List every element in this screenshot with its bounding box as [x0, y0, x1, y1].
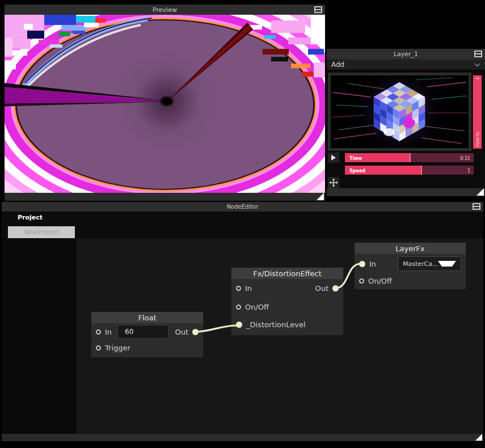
preview-statusbar	[5, 193, 325, 201]
float-in-port-icon[interactable]	[96, 329, 101, 335]
fx-onoff-row: On/Off	[231, 298, 343, 316]
layerfx-in-row: In MasterCa...	[355, 254, 466, 273]
preview-titlebar[interactable]: Preview	[5, 5, 325, 15]
node-canvas[interactable]: Float In Out Trigger Fx/DistortionEffect	[2, 238, 483, 434]
layerfx-onoff-row: On/Off	[355, 273, 466, 289]
fx-in-port-icon[interactable]	[236, 286, 241, 291]
fx-in-label: In	[245, 284, 252, 293]
layer-statusbar	[327, 188, 485, 196]
layer-titlebar[interactable]: Layer_1	[327, 49, 485, 60]
play-button[interactable]	[328, 153, 339, 163]
speed-slider[interactable]: Speed 1	[344, 165, 474, 175]
layer-thumbnail-frame	[328, 73, 471, 151]
float-value-input[interactable]	[117, 325, 168, 339]
layerfx-in-port-icon[interactable]	[359, 261, 365, 267]
float-trigger-label: Trigger	[105, 344, 130, 352]
menubar: Project	[2, 212, 483, 223]
float-in-label: In	[105, 328, 112, 336]
opacity-slider[interactable]: 1 Opacity	[473, 75, 482, 149]
nodeeditor-titlebar[interactable]: NodeEditor	[2, 202, 483, 212]
chevron-down-icon	[474, 63, 480, 67]
tab-bar: NewProject	[2, 223, 483, 238]
tab-column	[2, 238, 77, 434]
move-icon	[329, 178, 338, 187]
fx-out-label: Out	[315, 284, 328, 293]
nodeeditor-statusbar	[2, 434, 483, 441]
float-out-label: Out	[175, 328, 188, 336]
float-trigger-port-icon[interactable]	[96, 345, 101, 350]
resize-handle-icon[interactable]	[475, 434, 482, 441]
add-label: Add	[331, 61, 474, 69]
layer-title: Layer_1	[394, 50, 418, 58]
fx-onoff-port-icon[interactable]	[236, 305, 241, 310]
fx-onoff-label: On/Off	[245, 303, 269, 311]
layerfx-in-label: In	[369, 260, 376, 268]
layer-panel: Layer_1 Add	[327, 49, 485, 196]
node-float[interactable]: Float In Out Trigger	[91, 312, 203, 357]
layerfx-onoff-label: On/Off	[368, 277, 392, 285]
node-distortion-title: Fx/DistortionEffect	[253, 269, 322, 278]
speed-value: 1	[467, 168, 470, 174]
fx-level-port-icon[interactable]	[236, 322, 242, 328]
preview-title: Preview	[153, 6, 177, 14]
layerfx-onoff-port-icon[interactable]	[359, 278, 364, 284]
node-distortion[interactable]: Fx/DistortionEffect In Out On/Off _Disto…	[231, 268, 343, 335]
window-icon[interactable]	[314, 6, 322, 13]
speed-label: Speed	[349, 168, 365, 174]
menu-project[interactable]: Project	[18, 214, 43, 221]
dropdown-arrow-icon	[438, 261, 456, 267]
window-icon[interactable]	[473, 203, 480, 210]
fx-in-out-row: In Out	[231, 279, 343, 298]
node-layerfx-title: LayerFx	[395, 244, 424, 253]
window-icon[interactable]	[474, 50, 482, 57]
layerfx-dropdown-value: MasterCa...	[403, 260, 438, 268]
opacity-value: 1	[475, 77, 484, 79]
opacity-label: Opacity	[475, 132, 480, 147]
move-tool-button[interactable]	[328, 177, 339, 188]
nodeeditor-title: NodeEditor	[227, 204, 259, 210]
float-out-port-icon[interactable]	[192, 329, 199, 335]
fx-out-port-icon[interactable]	[332, 285, 339, 291]
tab-label: NewProject	[24, 229, 59, 236]
node-float-titlebar[interactable]: Float	[91, 312, 203, 323]
preview-viewport	[5, 15, 325, 193]
time-value: 0.31	[460, 156, 470, 161]
node-layerfx-titlebar[interactable]: LayerFx	[355, 243, 466, 254]
node-layerfx[interactable]: LayerFx In MasterCa... On/Off	[355, 243, 466, 289]
resize-handle-icon[interactable]	[476, 188, 484, 196]
node-distortion-titlebar[interactable]: Fx/DistortionEffect	[231, 268, 343, 279]
preview-panel: Preview	[5, 5, 325, 201]
layerfx-target-dropdown[interactable]: MasterCa...	[398, 256, 461, 271]
node-editor-panel: NodeEditor Project NewProject Float In O…	[2, 202, 483, 441]
layer-thumbnail[interactable]	[331, 75, 469, 148]
float-in-row: In Out	[91, 323, 203, 340]
play-icon	[331, 155, 336, 160]
add-source-dropdown[interactable]: Add	[327, 60, 485, 70]
fx-level-label: _DistortionLevel	[246, 320, 306, 329]
resize-handle-icon[interactable]	[317, 193, 324, 200]
time-slider[interactable]: Time 0.31	[344, 153, 474, 163]
float-trigger-row: Trigger	[91, 340, 203, 357]
time-label: Time	[349, 156, 362, 161]
fx-level-row: _DistortionLevel	[231, 316, 343, 335]
tab-newproject[interactable]: NewProject	[8, 226, 75, 238]
node-float-title: Float	[138, 314, 156, 322]
preview-render	[5, 15, 325, 193]
